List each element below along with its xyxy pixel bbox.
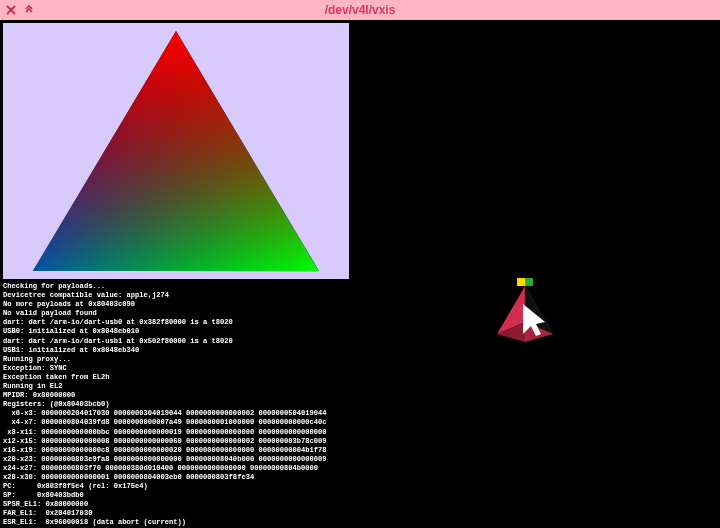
console-output: Checking for payloads... Devicetree comp…: [3, 282, 349, 526]
rollup-icon[interactable]: [22, 3, 36, 17]
svg-marker-3: [33, 31, 319, 271]
content-area: Checking for payloads... Devicetree comp…: [0, 20, 720, 528]
window-titlebar: /dev/v4l/vxis: [0, 0, 720, 20]
logo-graphic: [350, 23, 720, 528]
rgb-triangle: [3, 23, 349, 279]
svg-rect-4: [517, 278, 525, 286]
close-icon[interactable]: [4, 3, 18, 17]
window-title: /dev/v4l/vxis: [0, 3, 720, 17]
svg-rect-5: [525, 278, 533, 286]
preview-pane: [350, 23, 720, 528]
triangle-panel: [3, 23, 349, 279]
